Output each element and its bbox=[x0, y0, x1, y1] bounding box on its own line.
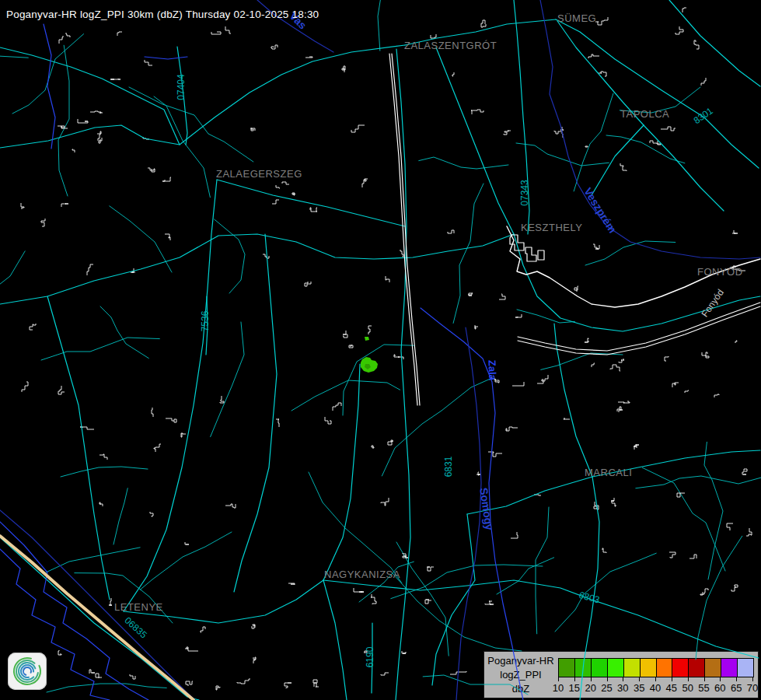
minor-road-path bbox=[517, 310, 574, 323]
road-path bbox=[177, 47, 187, 145]
minor-road-path bbox=[419, 157, 508, 169]
road-path bbox=[323, 580, 347, 700]
village-outline bbox=[677, 493, 685, 497]
village-outline bbox=[476, 472, 481, 475]
border-path bbox=[456, 327, 481, 700]
road-path bbox=[554, 324, 592, 477]
minor-road-path bbox=[636, 476, 761, 488]
road-number-label: 07404 bbox=[176, 74, 187, 100]
river-path bbox=[145, 57, 187, 59]
legend-color-cell bbox=[640, 659, 656, 677]
spiral-icon bbox=[10, 654, 44, 688]
village-outline bbox=[148, 168, 155, 172]
city-label: ZALASZENTGRÓT bbox=[404, 40, 497, 51]
village-outline bbox=[537, 375, 548, 383]
road-path bbox=[323, 580, 759, 658]
legend-color-cell bbox=[574, 659, 591, 677]
village-outline bbox=[251, 128, 255, 131]
village-outline bbox=[669, 552, 675, 558]
legend-tick-mark bbox=[736, 677, 737, 681]
village-outline bbox=[58, 126, 68, 128]
dbz-legend: Poganyvar-HR logZ_PPI dbZ 10152025303540… bbox=[483, 651, 759, 698]
road-path bbox=[0, 234, 514, 304]
road-path bbox=[0, 45, 405, 148]
road-path bbox=[234, 234, 277, 592]
village-outline bbox=[448, 230, 454, 233]
city-label: ZALAEGERSZEG bbox=[216, 168, 302, 180]
legend-tick-mark bbox=[591, 677, 592, 681]
village-outline bbox=[185, 542, 189, 544]
village-outline bbox=[237, 679, 250, 684]
village-outline bbox=[263, 254, 269, 258]
village-outline bbox=[89, 670, 95, 674]
minor-road-path bbox=[113, 488, 127, 544]
village-outline bbox=[154, 444, 161, 452]
minor-road-path bbox=[704, 442, 723, 579]
village-outline bbox=[276, 419, 279, 427]
village-outline bbox=[714, 394, 719, 397]
legend-tick-mark bbox=[704, 677, 705, 681]
village-outline bbox=[491, 377, 499, 383]
village-outline bbox=[388, 439, 393, 445]
village-outline bbox=[620, 163, 627, 171]
village-outline bbox=[305, 57, 312, 58]
village-outline bbox=[253, 657, 256, 663]
minor-road-path bbox=[393, 573, 522, 651]
village-outline bbox=[99, 138, 102, 143]
village-outline bbox=[368, 326, 372, 334]
village-outline bbox=[201, 627, 205, 632]
village-outline bbox=[276, 185, 280, 188]
legend-tick-label: 70 bbox=[742, 682, 761, 694]
village-outline bbox=[21, 203, 24, 209]
legend-color-cell bbox=[559, 659, 574, 677]
village-outline bbox=[110, 79, 120, 79]
village-outline bbox=[131, 268, 135, 272]
village-outline bbox=[87, 264, 93, 275]
provider-logo[interactable] bbox=[8, 653, 47, 690]
minor-road-path bbox=[382, 378, 492, 476]
city-label: LETENYE bbox=[114, 601, 163, 613]
legend-tick-mark bbox=[688, 677, 689, 681]
village-outline bbox=[90, 111, 103, 113]
village-outline bbox=[143, 137, 149, 139]
minor-road-path bbox=[110, 206, 172, 272]
village-outline bbox=[488, 452, 502, 457]
village-outline bbox=[675, 26, 683, 34]
village-outline bbox=[732, 230, 738, 233]
legend-tick-mark bbox=[574, 677, 575, 681]
minor-road-path bbox=[391, 565, 543, 599]
road-path bbox=[467, 477, 592, 514]
minor-road-path bbox=[359, 562, 414, 602]
village-outline bbox=[650, 141, 661, 145]
road-number-label: 06835 bbox=[123, 615, 149, 641]
legend-tick-mark bbox=[558, 677, 559, 681]
village-outline bbox=[162, 177, 171, 181]
village-outline bbox=[618, 401, 630, 403]
village-outline bbox=[310, 208, 317, 212]
village-outline bbox=[109, 598, 112, 606]
legend-color-cell bbox=[688, 659, 704, 677]
village-outline bbox=[130, 674, 135, 679]
white-path bbox=[538, 250, 544, 260]
village-outline bbox=[515, 314, 522, 317]
road-path bbox=[669, 0, 760, 86]
minor-road-path bbox=[585, 241, 675, 265]
village-outline bbox=[485, 601, 494, 604]
minor-road-path bbox=[46, 548, 140, 572]
minor-road-path bbox=[574, 93, 613, 191]
minor-road-path bbox=[129, 87, 253, 162]
village-outline bbox=[661, 127, 675, 131]
legend-color-cell bbox=[607, 659, 623, 677]
village-outline bbox=[694, 40, 699, 49]
village-outline bbox=[271, 45, 278, 49]
minor-road-path bbox=[140, 532, 232, 590]
river-path bbox=[421, 308, 523, 700]
village-outline bbox=[186, 681, 193, 686]
village-outline bbox=[185, 647, 198, 651]
county-label: Veszprém bbox=[581, 185, 619, 235]
legend-title-line3: dbZ bbox=[486, 682, 556, 696]
village-outline bbox=[292, 193, 295, 195]
legend-color-cell bbox=[623, 659, 640, 677]
road-path bbox=[556, 19, 759, 168]
village-outline bbox=[731, 585, 738, 591]
